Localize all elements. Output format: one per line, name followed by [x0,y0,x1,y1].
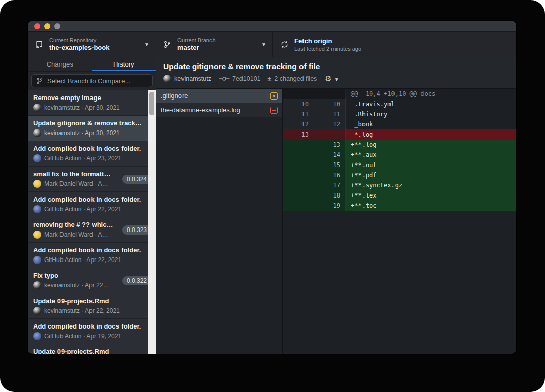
branch-icon [36,77,43,85]
commit-list-item[interactable]: Remove empty image kevinamstutz · Apr 30… [28,90,156,116]
diff-old-line-number: 11 [283,109,314,119]
author-avatar [163,75,171,83]
commit-author-avatar [33,281,41,289]
commit-title: Add compiled book in docs folder. [33,145,142,152]
tab-changes[interactable]: Changes [28,57,92,71]
commit-author-avatar [33,205,41,213]
main-area: Changes History Select Branch to Compare… [28,57,516,354]
diff-row: 10 10 .travis.yml [283,99,516,109]
diff-old-line-number [283,190,314,201]
changed-file-item[interactable]: .gitignore [156,89,282,103]
branch-label: Current Branch [177,37,258,44]
diff-old-line-number [283,140,314,150]
commit-title: Add compiled book in docs folder. [33,246,142,254]
commit-sha[interactable]: 7ed10101 [219,75,261,82]
commit-meta-row: GitHub Action · Apr 19, 2021 [33,332,142,340]
changed-files-summary: ± 2 changed files [268,75,317,83]
diff-new-line-number: 12 [314,119,346,129]
diff-row: 18 +**.tex [283,190,516,201]
file-status-icon [270,92,278,100]
diff-old-line-number [283,160,314,170]
diff-line-text: -*.log [346,129,516,140]
commit-detail-title: Update gitignore & remove tracking of fi… [163,62,509,71]
commit-author-avatar [33,332,41,340]
titlebar [28,21,516,32]
commit-author-avatar [33,154,41,162]
commit-author-avatar [33,256,41,264]
commit-author-date: kevinamstutz · Apr 30, 2021 [44,129,120,137]
commit-list-item[interactable]: Update 09-projects.Rmd kevinamstutz · Ap… [28,293,156,319]
commit-list-item[interactable]: Update 09-projects.Rmd [28,344,156,354]
commit-detail-body: .gitignore the-datamine-examples.log @@ … [156,89,516,354]
diff-new-line-number: 16 [314,170,346,180]
commit-list-item[interactable]: Add compiled book in docs folder. GitHub… [28,243,156,268]
fetch-origin-button[interactable]: Fetch origin Last fetched 2 minutes ago [273,32,389,57]
diff-row: 15 +**.out [283,160,516,170]
diff-new-line-number [314,89,346,99]
repository-icon [34,40,44,49]
diff-new-line-number: 10 [314,99,346,109]
diff-new-line-number: 11 [314,109,346,119]
commit-list-item[interactable]: removing the # ?? whic… Mark Daniel Ward… [28,217,156,243]
repository-name: the-examples-book [49,44,141,52]
current-branch-dropdown[interactable]: Current Branch master ▼ [156,32,273,57]
diff-new-line-number: 18 [314,190,346,201]
diff-line-text: .travis.yml [346,99,516,109]
diff-line-text: +**.aux [346,150,516,160]
chevron-down-icon: ▼ [334,77,339,82]
toolbar-spacer [389,32,516,57]
diff-line-text: .Rhistory [346,109,516,119]
commit-author-avatar [33,307,41,315]
repository-label: Current Repository [49,37,141,44]
commit-author-avatar [33,180,41,188]
toolbar: Current Repository the-examples-book ▼ C… [28,32,516,57]
diff-row: 14 +**.aux [283,150,516,160]
zoom-window-button[interactable] [54,23,60,29]
commit-detail-meta: kevinamstutz 7ed10101 ± 2 changed files … [163,74,509,83]
changed-file-item[interactable]: the-datamine-examples.log [156,103,282,117]
diff-row: @@ -10,4 +10,10 @@ docs [283,89,516,99]
commit-author-date: kevinamstutz · Apr 22, 2021 [44,307,120,314]
diff-old-line-number [283,180,314,190]
commit-list-item[interactable]: Add compiled book in docs folder. GitHub… [28,141,156,167]
diff-stats-icon: ± [268,75,272,83]
branch-text: Current Branch master [177,37,258,52]
compare-placeholder: Select Branch to Compare... [47,77,130,85]
commit-list-item[interactable]: Update gitignore & remove tracki… kevina… [28,116,156,141]
scrollbar-thumb[interactable] [149,92,154,115]
commit-list-scrollbar [148,90,156,354]
diff-line-text: +**.synctex.gz [346,180,516,190]
fetch-status: Last fetched 2 minutes ago [294,45,383,52]
diff-new-line-number: 17 [314,180,346,190]
diff-row: 13 +**.log [283,140,516,150]
screen-background: Current Repository the-examples-book ▼ C… [0,0,545,392]
changed-file-list: .gitignore the-datamine-examples.log [156,89,283,354]
close-window-button[interactable] [34,23,40,29]
commit-author-date: GitHub Action · Apr 19, 2021 [44,333,122,340]
commit-list: Remove empty image kevinamstutz · Apr 30… [28,90,156,354]
branch-compare-input[interactable]: Select Branch to Compare... [31,74,153,87]
commit-author-date: Mark Daniel Ward · A… [44,180,108,187]
tab-history[interactable]: History [92,57,156,71]
commit-title: Remove empty image [33,94,142,102]
diff-old-line-number [283,150,314,160]
commit-list-item[interactable]: Add compiled book in docs folder. GitHub… [28,192,156,217]
minimize-window-button[interactable] [44,23,50,29]
commit-list-item[interactable]: small fix to the formatt… Mark Daniel Wa… [28,167,156,192]
diff-line-text: @@ -10,4 +10,10 @@ docs [346,89,516,99]
file-name: .gitignore [161,92,270,100]
commit-list-item[interactable]: Fix typo kevinamstutz · Apr 22… 0.0.322 [28,268,156,293]
sha-value: 7ed10101 [232,75,261,82]
commit-meta-row: kevinamstutz · Apr 22, 2021 [33,307,142,315]
diff-line-text: +**.tex [346,190,516,201]
diff-row: 11 11 .Rhistory [283,109,516,119]
version-tag-badge: 0.0.322 [122,276,152,285]
commit-list-item[interactable]: Add compiled book in docs folder. GitHub… [28,319,156,344]
commit-detail-panel: Update gitignore & remove tracking of fi… [156,57,516,354]
changed-files-count: 2 changed files [274,75,317,82]
diff-new-line-number: 15 [314,160,346,170]
diff-options-button[interactable]: ⚙▼ [325,74,339,83]
commit-author-date: GitHub Action · Apr 23, 2021 [44,155,122,162]
current-repository-dropdown[interactable]: Current Repository the-examples-book ▼ [28,32,156,57]
branch-icon [162,40,172,49]
